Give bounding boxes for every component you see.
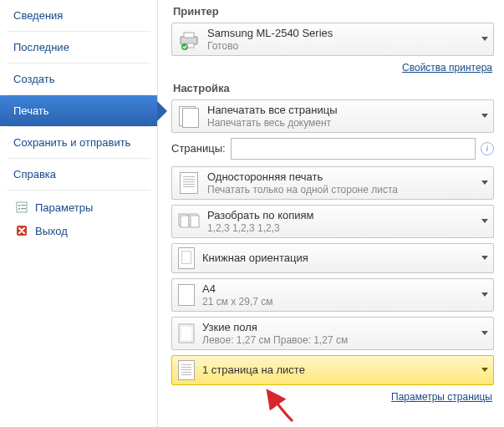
- sidebar-item-label: Сведения: [13, 9, 63, 22]
- portrait-icon: [177, 247, 196, 269]
- pages-info-icon[interactable]: i: [481, 142, 494, 155]
- settings-heading: Настройка: [173, 82, 494, 94]
- pages-label: Страницы:: [171, 142, 226, 155]
- svg-rect-11: [181, 216, 189, 227]
- chevron-down-icon: [481, 256, 488, 260]
- collate-selector[interactable]: Разобрать по копиям 1,2,3 1,2,3 1,2,3: [171, 205, 494, 238]
- printer-properties-link[interactable]: Свойства принтера: [402, 62, 492, 74]
- options-icon: [15, 201, 28, 214]
- svg-point-1: [18, 205, 20, 206]
- margins-icon: [177, 323, 196, 344]
- printer-status: Готово: [207, 40, 333, 52]
- chevron-down-icon: [481, 331, 488, 335]
- chevron-down-icon: [481, 114, 488, 118]
- margins-title: Узкие поля: [202, 321, 348, 334]
- collate-icon: [177, 210, 201, 233]
- pages-input[interactable]: [231, 138, 476, 160]
- collate-sub: 1,2,3 1,2,3 1,2,3: [207, 222, 314, 234]
- paper-title: A4: [202, 282, 273, 296]
- chevron-down-icon: [481, 37, 488, 41]
- sidebar-item-label: Справка: [13, 168, 56, 180]
- page-setup-link[interactable]: Параметры страницы: [391, 391, 492, 403]
- sidebar-item-label: Печать: [13, 104, 49, 117]
- orientation-selector[interactable]: Книжная ориентация: [171, 243, 494, 273]
- svg-point-2: [18, 208, 20, 210]
- pages-per-sheet-selector[interactable]: 1 страница на листе: [171, 355, 494, 385]
- per-sheet-title: 1 страница на листе: [202, 363, 305, 377]
- sidebar-item-help[interactable]: Справка: [0, 159, 157, 190]
- sidebar-sub-label: Параметры: [35, 201, 93, 214]
- collate-title: Разобрать по копиям: [207, 209, 314, 222]
- svg-rect-13: [191, 216, 199, 227]
- pages-all-icon: [177, 104, 201, 128]
- paper-sub: 21 см x 29,7 см: [202, 296, 273, 308]
- chevron-down-icon: [481, 219, 488, 223]
- printer-icon: [177, 28, 201, 51]
- sidebar-item-info[interactable]: Сведения: [0, 0, 157, 31]
- orientation-title: Книжная ориентация: [202, 252, 308, 265]
- paper-size-selector[interactable]: A4 21 см x 29,7 см: [171, 278, 494, 312]
- svg-rect-7: [184, 33, 194, 38]
- chevron-down-icon: [481, 368, 488, 372]
- sidebar-sub-label: Выход: [35, 225, 68, 237]
- svg-rect-3: [21, 205, 26, 206]
- printer-name: Samsung ML-2540 Series: [207, 27, 333, 40]
- sidebar-item-recent[interactable]: Последние: [0, 32, 157, 63]
- print-panel: Принтер Samsung ML-2540 Series Готово Св…: [158, 0, 504, 427]
- sidebar-item-print[interactable]: Печать: [0, 95, 157, 126]
- chevron-down-icon: [481, 180, 488, 185]
- margins-selector[interactable]: Узкие поля Левое: 1,27 см Правое: 1,27 с…: [171, 317, 494, 350]
- svg-rect-4: [21, 208, 26, 209]
- sidebar-item-label: Последние: [13, 41, 69, 53]
- sides-title: Односторонняя печать: [207, 170, 398, 184]
- sides-selector[interactable]: Односторонняя печать Печатать только на …: [171, 166, 494, 200]
- margins-sub: Левое: 1,27 см Правое: 1,27 см: [202, 334, 348, 346]
- printer-selector[interactable]: Samsung ML-2540 Series Готово: [171, 23, 494, 56]
- backstage-sidebar: Сведения Последние Создать Печать Сохран…: [0, 0, 158, 427]
- one-per-sheet-icon: [177, 359, 196, 381]
- one-sided-icon: [177, 171, 201, 195]
- printer-heading: Принтер: [173, 5, 494, 18]
- chevron-down-icon: [481, 292, 488, 297]
- sidebar-sub-options[interactable]: Параметры: [0, 196, 157, 219]
- svg-point-9: [181, 43, 188, 50]
- sidebar-item-label: Создать: [13, 73, 54, 85]
- sidebar-item-save-send[interactable]: Сохранить и отправить: [0, 127, 157, 158]
- sidebar-item-label: Сохранить и отправить: [13, 136, 130, 149]
- svg-rect-0: [17, 202, 27, 212]
- print-what-sub: Напечатать весь документ: [207, 117, 338, 129]
- print-what-selector[interactable]: Напечатать все страницы Напечатать весь …: [171, 99, 494, 133]
- sidebar-sub-exit[interactable]: Выход: [0, 219, 157, 242]
- svg-rect-14: [179, 324, 194, 343]
- sidebar-item-new[interactable]: Создать: [0, 64, 157, 94]
- exit-icon: [15, 224, 28, 237]
- paper-icon: [177, 284, 196, 306]
- sides-sub: Печатать только на одной стороне листа: [207, 184, 398, 196]
- print-what-title: Напечатать все страницы: [207, 104, 338, 117]
